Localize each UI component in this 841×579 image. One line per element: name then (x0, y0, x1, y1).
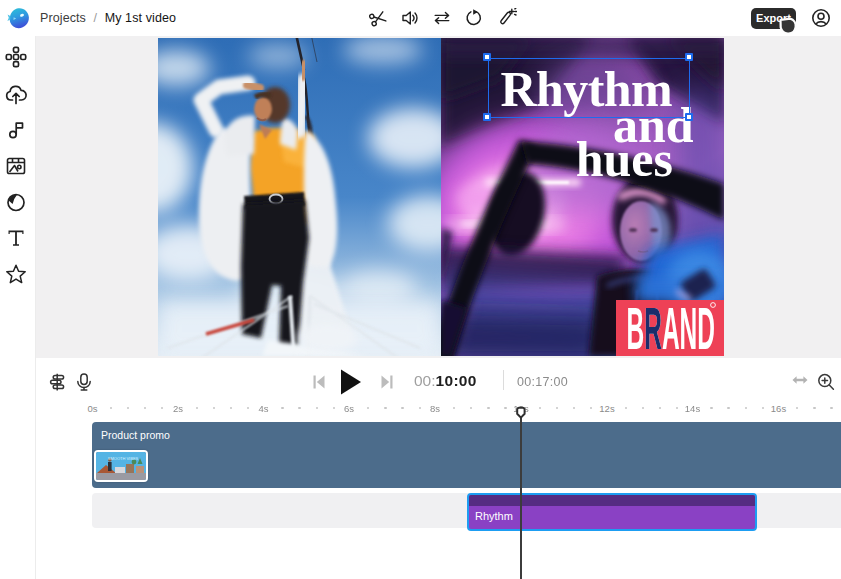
svg-text:R: R (644, 300, 662, 355)
svg-text:BRAND: BRAND (626, 300, 714, 355)
svg-text:SMOOTH VIBES: SMOOTH VIBES (108, 456, 139, 461)
